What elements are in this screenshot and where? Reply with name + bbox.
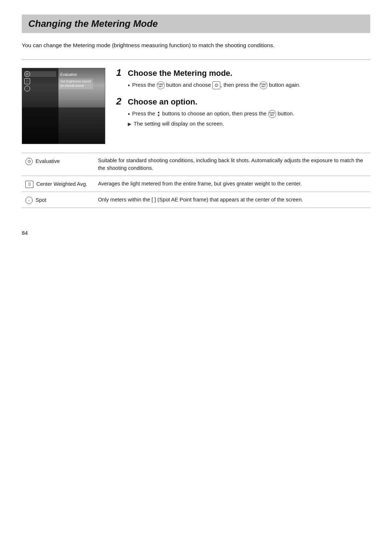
page-title-bar: Changing the Metering Mode: [22, 15, 370, 33]
evaluative-description: Suitable for standard shooting condition…: [94, 153, 370, 176]
step-2-bullet-1: ● Press the ▲ ▼ buttons to choose an opt…: [128, 110, 370, 118]
evaluative-cell-label: ⊙ Evaluative: [22, 153, 94, 169]
step-1-bullet-1: ● Press the FUNCSET button and choose ⊙,…: [128, 81, 370, 89]
step-2-number: 2: [116, 97, 124, 106]
table-row-spot: · Spot Only meters within the [ ] (Spot …: [22, 192, 370, 208]
step-1-body: ● Press the FUNCSET button and choose ⊙,…: [116, 81, 370, 89]
table-row-evaluative: ⊙ Evaluative Suitable for standard shoot…: [22, 153, 370, 176]
intro-text: You can change the Metering mode (bright…: [22, 41, 370, 49]
menu-row-center: □: [24, 78, 56, 84]
metering-mode-icon: ⊙: [212, 81, 220, 89]
evaluative-table-icon: ⊙: [25, 158, 33, 165]
func-btn-1: FUNCSET: [157, 81, 165, 89]
evaluative-label: Evaluative: [36, 158, 60, 165]
menu-row-spot: ·: [24, 86, 56, 91]
main-content: ⊙ □ · Evaluative Set brightness based on…: [22, 68, 370, 144]
spot-table-icon: ·: [25, 197, 33, 204]
step-2-header: 2 Choose an option.: [116, 97, 370, 107]
bullet-dot-1: ●: [128, 83, 130, 88]
menu-row-evaluative: ⊙: [24, 71, 56, 77]
step-1-title: Choose the Metering mode.: [128, 69, 232, 78]
spot-label: Spot: [36, 196, 46, 204]
spot-cell-label: · Spot: [22, 192, 94, 208]
spot-description: Only meters within the [ ] (Spot AE Poin…: [94, 192, 370, 208]
arrow-icon: ▶: [128, 121, 131, 128]
step-2-text-1: Press the ▲ ▼ buttons to choose an optio…: [132, 110, 294, 118]
step-2-text-2: The setting will display on the screen.: [134, 120, 224, 128]
bullet-dot-2: ●: [128, 111, 130, 117]
center-weighted-cell-label: [ ] Center Weighted Avg.: [22, 176, 94, 192]
camera-screenshot: ⊙ □ · Evaluative Set brightness based on…: [22, 68, 105, 144]
step-2-bullet-2: ▶ The setting will display on the screen…: [128, 120, 370, 128]
camera-evaluative-label: Evaluative: [60, 73, 77, 77]
step-1: 1 Choose the Metering mode. ● Press the …: [116, 68, 370, 89]
center-weighted-icon: □: [24, 78, 30, 84]
center-weighted-table-icon: [ ]: [25, 181, 33, 188]
camera-description: Set brightness based on overall scene: [58, 78, 93, 89]
center-weighted-description: Averages the light metered from the enti…: [94, 176, 370, 192]
camera-menu-overlay: ⊙ □ ·: [22, 68, 58, 144]
steps-container: 1 Choose the Metering mode. ● Press the …: [116, 68, 370, 144]
page-number: 84: [22, 230, 370, 236]
step-1-header: 1 Choose the Metering mode.: [116, 68, 370, 78]
step-2-title: Choose an option.: [128, 97, 197, 107]
step-2: 2 Choose an option. ● Press the ▲ ▼ butt…: [116, 97, 370, 128]
table-row-center-weighted: [ ] Center Weighted Avg. Averages the li…: [22, 176, 370, 192]
center-weighted-label: Center Weighted Avg.: [36, 180, 87, 188]
options-table: ⊙ Evaluative Suitable for standard shoot…: [22, 153, 370, 208]
step-2-body: ● Press the ▲ ▼ buttons to choose an opt…: [116, 110, 370, 128]
evaluative-icon: ⊙: [24, 71, 30, 77]
func-btn-2: FUNCSET: [260, 81, 268, 89]
updown-arrows-icon: ▲ ▼: [157, 111, 160, 117]
section-divider: [22, 60, 370, 60]
spot-icon: ·: [24, 86, 30, 91]
step-1-text: Press the FUNCSET button and choose ⊙, t…: [132, 81, 301, 89]
func-btn-3: FUNCSET: [268, 110, 276, 118]
step-1-number: 1: [116, 68, 124, 77]
page-title: Changing the Metering Mode: [28, 18, 364, 29]
